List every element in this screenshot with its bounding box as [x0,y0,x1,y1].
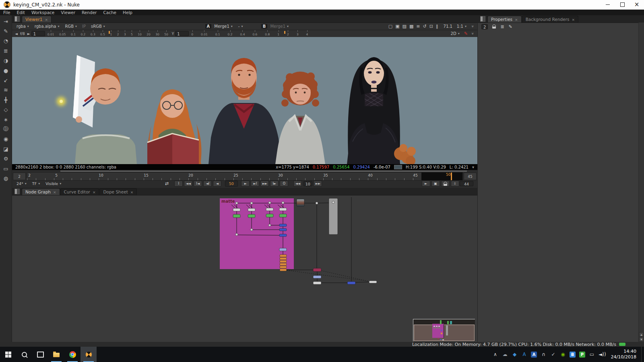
pause-icon[interactable]: ‖ [436,24,438,29]
node[interactable] [266,214,273,217]
node[interactable] [369,281,377,283]
step-back-button[interactable]: ◄I [203,181,212,187]
toolsets-icon[interactable]: ⚙ [1,154,11,163]
step-back-increment-button[interactable]: ◄◄ [293,181,302,187]
goto-start-button[interactable]: I◄ [194,181,202,187]
node[interactable] [347,282,355,284]
transform-icon[interactable]: ╋ [1,95,11,105]
app-p-icon[interactable]: P [579,352,585,358]
nvidia-icon[interactable]: ◉ [560,352,566,358]
clear-panels-icon[interactable]: ≣ [500,24,504,29]
view-mode-dropdown[interactable]: 2D [449,31,462,36]
maximize-button[interactable] [615,0,630,9]
3d-icon[interactable]: ◇ [1,105,11,115]
headset-icon[interactable]: ∩ [541,352,547,358]
viewer-image-area[interactable] [12,37,477,164]
loop-button[interactable]: O [280,181,288,187]
node[interactable] [266,208,273,211]
roi-icon[interactable]: ▨ [402,24,407,29]
node[interactable] [279,208,287,211]
tf-dropdown[interactable]: TF [30,181,42,186]
deep-icon[interactable]: Ⓓ [1,124,11,134]
menu-item[interactable]: Viewer [58,10,78,15]
dock-scrollbar[interactable]: ▲ ▼ [638,23,644,342]
scroll-down-icon[interactable]: ▼ [639,337,644,341]
lock-panels-icon[interactable] [492,25,496,29]
timeline-scrollbar[interactable] [60,171,467,172]
tab[interactable]: Node Graph [22,188,60,195]
zoom-ratio-dropdown[interactable]: 1:1 [455,24,469,29]
gain-slider-handle[interactable] [109,31,110,34]
share-icon[interactable]: ◆ [512,352,518,358]
guides-icon[interactable]: ≡ [416,24,420,29]
plugins-icon[interactable]: ◍ [1,173,11,183]
node[interactable] [248,214,255,218]
dot-node[interactable] [332,201,334,204]
node[interactable] [279,248,287,251]
menu-item[interactable]: Help [120,10,136,15]
time-icon[interactable]: ◔ [1,36,11,46]
node[interactable] [313,282,321,284]
refresh-icon[interactable]: ↺ [423,24,427,29]
node-graph-minimap[interactable] [413,319,475,341]
node[interactable] [233,208,240,211]
node-graph-canvas[interactable]: matte [12,195,477,342]
volume-icon[interactable]: ◄)) [599,352,606,358]
zoom-level[interactable]: 71.1 [444,24,452,29]
timeline-ruler[interactable]: 251015202530354045 50 [27,172,463,181]
node[interactable] [280,269,287,271]
read-thumbnail-node[interactable] [297,199,304,206]
word-icon[interactable]: A [531,352,537,358]
node[interactable] [279,234,287,237]
play-forward-button[interactable]: ► [241,181,250,187]
overlay-icon[interactable]: ▩ [409,24,413,29]
node[interactable] [279,224,287,226]
node[interactable] [280,257,287,260]
display-icon[interactable]: ▭ [589,352,595,358]
wipe-dropdown[interactable]: - [236,24,256,29]
range-start-field[interactable]: 2 [13,173,26,180]
tab-close-icon[interactable] [53,189,56,194]
visible-dropdown[interactable]: Visible [43,181,63,186]
edit-icon[interactable]: ✎ [509,24,512,29]
channel-icon[interactable]: ≣ [1,46,11,56]
defender-icon[interactable]: ✓ [550,352,556,358]
flipbook-button[interactable]: ► [422,181,430,187]
next-keyframe-button[interactable]: ►► [260,181,269,187]
tab-viewer1[interactable]: Viewer1 [22,16,52,23]
tab[interactable]: Properties [487,16,522,23]
gamma-slider[interactable]: 00.010.10.20.40.60.81234 [191,30,308,37]
lut-dropdown[interactable]: sRGB [89,24,107,29]
node[interactable] [280,255,287,257]
input-b-dropdown[interactable]: Merge1 [268,24,291,29]
gamma-input[interactable]: 1 [175,31,189,36]
other-icon[interactable]: ▭ [1,164,11,173]
merge-icon[interactable]: ≋ [1,85,11,95]
display-channels-dropdown[interactable]: RGB [63,24,79,29]
layer-dropdown[interactable]: rgba.alpha [33,24,62,29]
node[interactable] [313,276,321,278]
gamma-slider-handle[interactable] [284,31,285,34]
dot-node[interactable] [268,224,271,226]
proxy-icon[interactable]: ▢ [388,24,392,29]
node[interactable] [280,263,287,265]
dot-node[interactable] [250,228,253,231]
pane-menu-icon[interactable] [14,16,20,22]
current-frame-field[interactable]: 50 [225,181,238,187]
keyer-icon[interactable]: ↙ [1,75,11,85]
end-frame-field[interactable]: 44 [460,181,473,186]
search-button[interactable] [16,347,32,362]
draw-icon[interactable]: ✎ [1,26,11,36]
particles-icon[interactable]: ∗ [1,115,11,124]
onedrive-icon[interactable]: ☁ [502,352,508,358]
show-desktop-button[interactable] [641,347,644,362]
tab-close-icon[interactable] [45,17,48,22]
collapse-icon[interactable]: » [470,32,475,35]
node[interactable] [279,228,287,231]
task-view-button[interactable] [32,347,48,362]
step-forward-increment-button[interactable]: ►► [314,181,322,187]
fps-dropdown[interactable]: 24* [14,181,29,186]
menu-item[interactable]: Workspace [28,10,58,15]
format-icon[interactable]: ▣ [395,24,399,29]
menu-item[interactable]: Cache [100,10,120,15]
